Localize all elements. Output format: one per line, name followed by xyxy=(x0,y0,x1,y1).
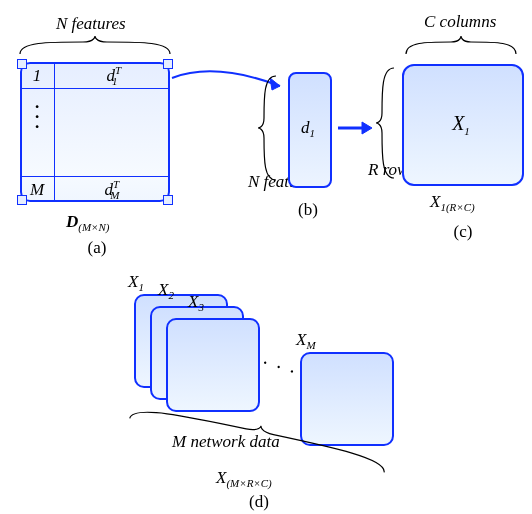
stack-label-1: X1 xyxy=(128,272,144,293)
arrow-b-to-c xyxy=(336,118,372,138)
caption-D: D(M×N) xyxy=(66,212,110,233)
stack-label-3: X3 xyxy=(188,292,204,313)
brace-n-features-b xyxy=(256,72,280,184)
stack-label-2: X2 xyxy=(158,280,174,301)
subcaption-b: (b) xyxy=(290,200,326,220)
subcaption-d: (d) xyxy=(244,492,274,512)
stack-ellipsis: · · · xyxy=(259,351,299,384)
diagram-root: N features C columns 1 dT1 ··· M dTM xyxy=(0,0,532,514)
grid-line xyxy=(20,176,170,177)
subcaption-a: (a) xyxy=(82,238,112,258)
caption-X1: X1(R×C) xyxy=(430,192,475,213)
row-label-1: dT1 xyxy=(54,64,170,87)
matrix-label-X1: X1 xyxy=(402,112,520,137)
svg-marker-2 xyxy=(362,122,372,134)
label-m-network: M network data xyxy=(172,432,280,452)
grid-line xyxy=(20,88,170,89)
row-index-1: 1 xyxy=(20,66,54,86)
label-c-columns: C columns xyxy=(424,12,496,32)
label-n-features-a: N features xyxy=(56,14,126,34)
brace-n-features-a xyxy=(18,34,172,58)
caption-X-tensor: X(M×R×C) xyxy=(216,468,272,489)
vector-label-d1: d1 xyxy=(288,118,328,139)
row-index-M: M xyxy=(20,180,54,200)
brace-c-columns xyxy=(402,34,520,58)
row-label-M: dTM xyxy=(54,178,170,201)
row-dots: ··· xyxy=(20,102,54,132)
subcaption-c: (c) xyxy=(448,222,478,242)
panel-a: 1 dT1 ··· M dTM xyxy=(20,62,170,202)
stack-label-M: XM xyxy=(296,330,316,351)
